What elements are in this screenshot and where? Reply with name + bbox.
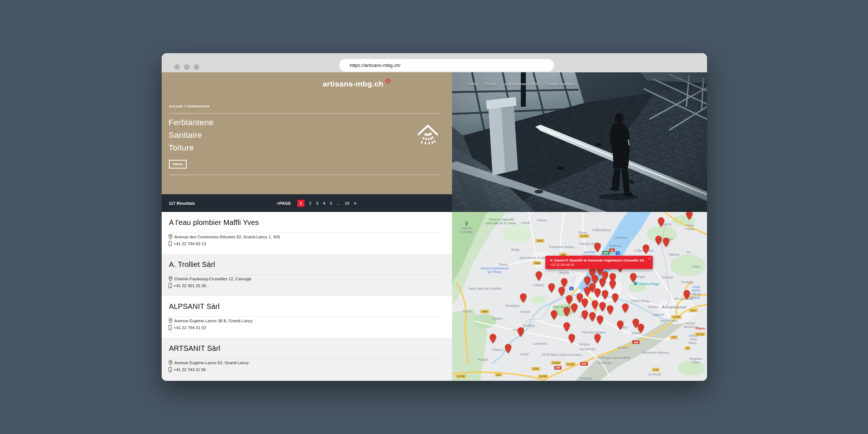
nav-item-devenir-membre[interactable]: Devenir membre [545, 82, 575, 86]
result-row[interactable]: ALPSANIT SàrlAvenue Eugène-Lance 38 B, G… [162, 296, 452, 338]
map-pin[interactable] [683, 290, 690, 300]
map-pin[interactable] [505, 344, 512, 354]
route-shield-d1206: D1206 [551, 361, 561, 365]
result-row[interactable]: A l'eau plombier Maffli YvesAvenue des C… [162, 212, 452, 254]
nav-item-charte[interactable]: Charte [484, 82, 496, 86]
pagination-page-4[interactable]: 4 [323, 201, 325, 205]
pagination-page-1[interactable]: 1 [297, 200, 305, 207]
map-label-choulex: Choulex [661, 276, 673, 279]
map-label-etrembi-res: Etrembières [660, 319, 678, 323]
pagination-page-5[interactable]: 5 [330, 201, 332, 205]
result-divider [169, 358, 440, 359]
map-pin[interactable] [568, 333, 575, 344]
result-row[interactable]: ARTSANIT SàrlAvenue Eugène-Lance 62, Gra… [162, 338, 452, 381]
map-tooltip[interactable]: × V. Zanini P. Baechli et Associés Ingén… [545, 256, 653, 269]
result-name[interactable]: ALPSANIT Sàrl [169, 302, 220, 311]
map-pin[interactable] [558, 286, 565, 297]
map-pin[interactable] [609, 280, 616, 290]
page-content: artisans-mbg.ch Accueil > Ferblanterie F… [162, 72, 707, 381]
result-phone[interactable]: +41 22 743 11 06 [169, 367, 206, 372]
map-pin[interactable] [548, 283, 555, 293]
page-title: FerblanterieSanitaireToiture [169, 116, 214, 154]
map[interactable]: CrozetChevryPrévessin-MoënsSergySaint-Ge… [452, 212, 707, 381]
map-pin[interactable] [601, 290, 609, 300]
map-pin[interactable] [596, 315, 604, 325]
location-pin-icon [169, 360, 173, 365]
map-label-avusy: Avusy [520, 352, 529, 356]
result-name[interactable]: ARTSANIT Sàrl [169, 344, 220, 353]
map-label-meyrin: Meyrin [559, 271, 569, 275]
map-pin[interactable] [571, 303, 578, 313]
map-pin[interactable] [655, 235, 662, 246]
map-pin[interactable] [599, 278, 606, 288]
map-pin[interactable] [642, 244, 650, 254]
pagination-next[interactable]: > [354, 201, 356, 205]
map-pin[interactable] [520, 293, 527, 303]
map-pin[interactable] [599, 302, 606, 312]
url-bar[interactable]: https://artisans-mbg.ch/ [339, 59, 554, 72]
map-label-gen-ve-plage: Genève-Plage [634, 282, 659, 286]
result-phone[interactable]: +41 22 301 25 30 [169, 283, 206, 288]
site-logo[interactable]: artisans-mbg.ch [323, 80, 392, 88]
map-pin[interactable] [630, 273, 637, 283]
map-pin[interactable] [686, 212, 693, 220]
map-pin[interactable] [517, 327, 524, 337]
right-panel: IndexCharteLe groupement MBGDevenir memb… [452, 72, 707, 381]
pagination-page-2[interactable]: 2 [309, 201, 311, 205]
map-pin[interactable] [581, 310, 588, 320]
map-pin[interactable] [535, 271, 542, 281]
map-label-annemasse: Annemasse [662, 305, 687, 309]
map-pin[interactable] [637, 323, 644, 333]
result-name[interactable]: A l'eau plombier Maffli Yves [169, 218, 259, 227]
nav-item-index[interactable]: Index [468, 82, 478, 86]
browser-window: https://artisans-mbg.ch/ artisans-mbg.ch… [162, 53, 707, 381]
map-pin[interactable] [550, 310, 558, 320]
result-address-text: Chemin Faubourg-Cruseilles 12, Carouge [174, 277, 251, 281]
map-label-p-ron: Péron [463, 310, 472, 313]
result-name[interactable]: A. Trolliet Sàrl [169, 260, 215, 269]
filters-button[interactable]: Filtres [169, 160, 187, 169]
nav-item-le-groupement-mbg[interactable]: Le groupement MBG [502, 82, 539, 86]
map-label-ornex: Ornex [578, 231, 587, 234]
map-pin[interactable] [658, 217, 665, 227]
window-control-maximize[interactable] [194, 64, 199, 70]
map-pin[interactable] [622, 303, 629, 313]
route-shield-d1205: D1205 [695, 332, 705, 336]
map-label-jussy: Jussy [692, 265, 700, 268]
map-pin[interactable] [591, 300, 599, 310]
map-pin[interactable] [594, 242, 601, 252]
map-pin[interactable] [612, 293, 619, 303]
result-phone[interactable]: +41 22 794 83 13 [169, 241, 206, 246]
map-pin[interactable] [594, 333, 601, 344]
map-label-pougny: Pougny [478, 358, 489, 361]
pagination-ellipsis: ... [337, 201, 340, 205]
window-control-close[interactable] [174, 64, 180, 70]
map-pin[interactable] [589, 312, 596, 322]
result-phone[interactable]: +41 22 794 31 02 [169, 325, 206, 330]
pagination-page-3[interactable]: 3 [316, 201, 318, 205]
result-address: Avenue Eugène-Lance 38 B, Grand-Lancy [169, 318, 253, 323]
window-control-minimize[interactable] [184, 64, 190, 70]
map-label-monnetier-mornex: Monnetier-Mornex [643, 351, 669, 354]
map-label-centre-commercial-val-thoiry: Centre Commercial Val Thoiry [481, 267, 509, 274]
map-pin[interactable] [489, 333, 497, 344]
map-pin[interactable] [563, 307, 570, 317]
tooltip-close-icon[interactable]: × [648, 256, 651, 261]
map-pin[interactable] [581, 298, 588, 308]
result-address: Chemin Faubourg-Cruseilles 12, Carouge [169, 276, 251, 281]
breadcrumb[interactable]: Accueil > Ferblanterie [169, 104, 209, 108]
pagination-prev[interactable]: <PAGE [277, 201, 291, 205]
map-label-presinge: Presinge [681, 280, 694, 284]
map-label-cartigny: Cartigny [523, 324, 535, 327]
map-pin[interactable] [617, 320, 624, 330]
map-pin[interactable] [594, 288, 601, 298]
map-pin[interactable] [584, 286, 591, 297]
map-label-text: Crêt de la Neige [461, 226, 473, 234]
map-pin[interactable] [607, 305, 614, 315]
result-row[interactable]: A. Trolliet SàrlChemin Faubourg-Cruseill… [162, 254, 452, 296]
map-pin[interactable] [663, 237, 670, 247]
phone-icon [169, 283, 172, 288]
pagination-page-24[interactable]: 24 [345, 201, 349, 205]
map-label-laconnex: Laconnex [533, 342, 547, 345]
map-pin[interactable] [563, 322, 570, 332]
